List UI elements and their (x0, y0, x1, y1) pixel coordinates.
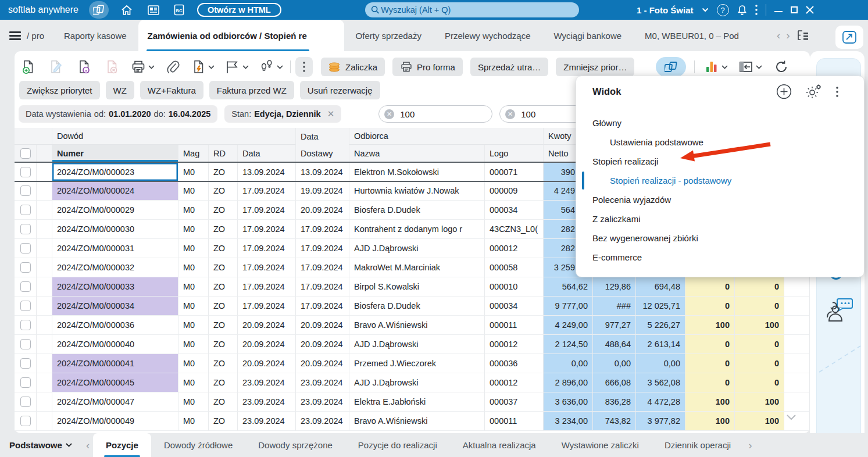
cell-rd[interactable]: ZO (209, 239, 238, 258)
cell-logo[interactable]: 000009 (485, 181, 544, 201)
cell-dostawy[interactable]: 20.09.2024 (296, 335, 349, 354)
cell-p2[interactable]: 0 (735, 277, 784, 297)
cell-numer[interactable]: 2024/ZO/M0/000047 (52, 392, 178, 412)
cell-brutto[interactable]: 0,00 (636, 354, 685, 373)
cell-data[interactable]: 17.09.2024 (238, 181, 296, 201)
cell-p2[interactable]: 100 (735, 316, 784, 335)
chevron-down-icon[interactable] (148, 65, 155, 69)
lightning-document-icon[interactable] (190, 58, 207, 76)
info-document-icon[interactable] (75, 58, 92, 76)
scroll-down-icon[interactable] (786, 414, 796, 420)
cell-nazwa[interactable]: Hurtownia kwiatów J.Nowak (349, 181, 485, 201)
tab-5[interactable]: Przelewy wychodzące (433, 20, 542, 51)
cell-brutto[interactable]: 12 025,71 (636, 297, 685, 316)
cell-nazwa[interactable]: AJD J.Dąbrowski (349, 239, 485, 258)
bottom-tab-5[interactable]: Aktualna realizacja (450, 433, 549, 457)
popup-item-6[interactable]: Z zaliczkami (592, 209, 641, 228)
cell-dostawy[interactable]: 23.09.2024 (296, 373, 349, 392)
chevron-down-icon[interactable] (721, 65, 728, 69)
collapse-panel-icon[interactable] (737, 58, 755, 76)
cell-brutto[interactable]: 2 613,14 (636, 335, 685, 354)
cell-dostawy[interactable]: 20.09.2024 (296, 354, 349, 373)
bar-chart-icon[interactable] (703, 58, 720, 76)
bottom-tab-7[interactable]: Dziennik operacji (652, 433, 744, 457)
cell-vat[interactable]: 666,08 (593, 373, 636, 392)
cell-rd[interactable]: ZO (209, 258, 238, 277)
row-checkbox[interactable] (20, 358, 31, 369)
cell-data[interactable]: 23.09.2024 (238, 412, 296, 431)
zmniejsz-priorytet-button[interactable]: Zmniejsz prior… (556, 58, 634, 76)
cell-logo[interactable]: 000012 (485, 335, 544, 354)
cell-nazwa[interactable]: MakroWet M.Marciniak (349, 258, 485, 277)
company-selector[interactable]: 1 - Foto Świat (637, 5, 694, 15)
chevron-down-icon[interactable] (756, 65, 762, 69)
cell-data[interactable]: 23.09.2024 (238, 392, 296, 412)
row-checkbox[interactable] (20, 377, 31, 388)
bottom-tab-6[interactable]: Wystawione zaliczki (549, 433, 652, 457)
cell-rd[interactable]: ZO (209, 277, 238, 297)
tab-3[interactable]: Zamówienia od odbiorców / Stopień re (138, 20, 344, 51)
cell-p1[interactable]: 0 (685, 297, 735, 316)
help-icon[interactable]: ? (717, 4, 729, 16)
zwieksz-priorytet-button[interactable]: Zwiększ priorytet (19, 81, 100, 99)
column-group-odbiorca[interactable]: Odbiorca (349, 128, 544, 145)
print-icon[interactable] (130, 58, 147, 76)
cell-dostawy[interactable]: 13.09.2024 (296, 163, 349, 181)
cell-dostawy[interactable]: 19.09.2024 (296, 181, 349, 201)
cell-vat[interactable]: 836,28 (593, 392, 636, 412)
cell-brutto[interactable]: 4 472,28 (636, 392, 685, 412)
cell-logo[interactable]: 000010 (485, 277, 544, 297)
cell-netto[interactable]: 564,62 (544, 277, 593, 297)
cell-numer[interactable]: 2024/ZO/M0/000040 (52, 335, 178, 354)
cell-rd[interactable]: ZO (209, 354, 238, 373)
cell-brutto[interactable]: 694,48 (636, 277, 685, 297)
cell-rd[interactable]: ZO (209, 220, 238, 239)
cell-dostawy[interactable]: 23.09.2024 (296, 392, 349, 412)
cell-p2[interactable]: 0 (735, 354, 784, 373)
home-icon[interactable] (117, 2, 137, 18)
cell-logo[interactable]: 000011 (485, 316, 544, 335)
date-filter-chip[interactable]: Data wystawienia od:01.01.2020 do:16.04.… (19, 105, 217, 123)
cell-nazwa[interactable]: Kontrahent z dodanym logo r (349, 220, 485, 239)
cell-p2[interactable]: 100 (735, 392, 784, 412)
cell-logo[interactable]: 43CZN3_L0( (485, 220, 544, 239)
kebab-icon[interactable] (755, 5, 758, 15)
popup-item-3[interactable]: Stopień realizacji (592, 152, 658, 171)
table-row[interactable]: 2024/ZO/M0/000033M0ZO17.09.202417.09.202… (15, 277, 810, 297)
cell-data[interactable]: 17.09.2024 (238, 239, 296, 258)
popup-item-7[interactable]: Bez wygenerowanej zbiórki (592, 228, 698, 248)
cell-mag[interactable]: M0 (178, 201, 209, 220)
bc-icon[interactable]: BC (169, 2, 189, 18)
cell-dostawy[interactable]: 17.09.2024 (296, 239, 349, 258)
cell-data[interactable]: 20.09.2024 (238, 354, 296, 373)
cell-vat[interactable]: ### (593, 297, 636, 316)
chevron-down-icon[interactable] (277, 65, 283, 69)
bottom-section-selector[interactable]: Podstawowe (9, 433, 72, 457)
cell-mag[interactable]: M0 (178, 316, 209, 335)
cell-data[interactable]: 20.09.2024 (238, 316, 296, 335)
more-actions-icon[interactable] (295, 57, 313, 77)
cell-brutto[interactable]: 5 226,27 (636, 316, 685, 335)
faktura-przed-wz-button[interactable]: Faktura przed WZ (209, 81, 294, 99)
cell-p2[interactable]: 100 (735, 412, 784, 431)
row-checkbox[interactable] (20, 416, 31, 426)
popup-item-1[interactable]: Główny (592, 113, 621, 133)
bottom-tab-4[interactable]: Pozycje do realizacji (345, 433, 450, 457)
cell-nazwa[interactable]: Biosfera D.Dudek (349, 297, 485, 316)
column-header-dostawy[interactable]: Dostawy (296, 145, 349, 162)
row-checkbox[interactable] (20, 262, 31, 273)
cell-p2[interactable]: 0 (735, 373, 784, 392)
cell-dostawy[interactable]: 20.09.2024 (296, 201, 349, 220)
cell-dostawy[interactable]: 17.09.2024 (296, 297, 349, 316)
cell-logo[interactable]: 000012 (485, 239, 544, 258)
cell-netto[interactable]: 2 896,00 (544, 373, 593, 392)
cell-mag[interactable]: M0 (178, 258, 209, 277)
filter-input-1[interactable]: ✕ (378, 105, 492, 123)
popup-item-8[interactable]: E-commerce (592, 248, 642, 267)
cell-numer[interactable]: 2024/ZO/M0/000034 (52, 297, 178, 316)
cell-numer[interactable]: 2024/ZO/M0/000024 (52, 181, 178, 201)
cell-rd[interactable]: ZO (209, 392, 238, 412)
cell-mag[interactable]: M0 (178, 373, 209, 392)
chevron-down-icon[interactable] (702, 8, 709, 12)
cell-data[interactable]: 23.09.2024 (238, 373, 296, 392)
